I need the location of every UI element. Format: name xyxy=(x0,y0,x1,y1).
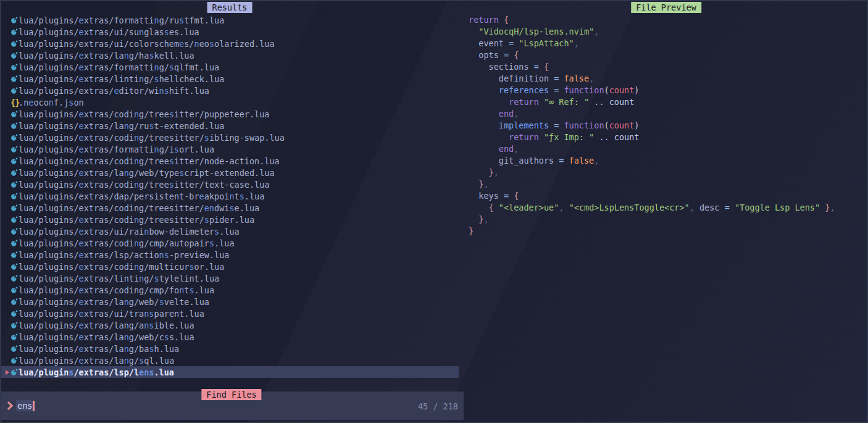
code-line: return "∞ Ref: " .. count xyxy=(469,96,864,108)
result-row[interactable]: {}.neoconf.json xyxy=(0,96,459,108)
result-row[interactable]: lua/plugins/extras/coding/treesitter/pup… xyxy=(0,108,459,120)
result-path: lua/plugins/extras/formatting/isort.lua xyxy=(19,144,214,154)
results-list[interactable]: lua/plugins/extras/formatting/rustfmt.lu… xyxy=(0,14,464,378)
lua-file-icon xyxy=(10,193,19,200)
lua-file-icon xyxy=(10,111,19,118)
result-path: lua/plugins/extras/dap/persistent-breakp… xyxy=(19,191,264,201)
result-path: lua/plugins/extras/lang/haskell.lua xyxy=(19,51,194,61)
result-row[interactable]: lua/plugins/extras/ui/colorschemes/neoso… xyxy=(0,38,459,49)
code-line: }, xyxy=(469,214,864,225)
lua-file-icon xyxy=(10,228,19,235)
lua-file-icon xyxy=(10,298,19,306)
result-path: lua/plugins/extras/ui/sunglasses.lua xyxy=(19,27,199,37)
result-path: lua/plugins/extras/coding/treesitter/pup… xyxy=(19,109,269,119)
result-row[interactable]: lua/plugins/extras/lsp/actions-preview.l… xyxy=(0,249,459,261)
result-row[interactable]: lua/plugins/extras/formatting/rustfmt.lu… xyxy=(0,14,459,26)
code-line: keys = { xyxy=(469,190,864,202)
lua-file-icon xyxy=(10,64,19,71)
result-row[interactable]: lua/plugins/extras/lang/web/typescript-e… xyxy=(0,167,459,178)
result-row[interactable]: lua/plugins/extras/coding/treesitter/nod… xyxy=(0,155,459,167)
result-row[interactable]: lua/plugins/extras/formatting/sqlfmt.lua xyxy=(0,61,459,73)
lua-file-icon xyxy=(10,146,19,153)
result-path: lua/plugins/extras/coding/treesitter/tex… xyxy=(19,180,269,190)
prompt-bar[interactable]: Find Files ens 45 / 218 xyxy=(0,392,464,420)
result-path: lua/plugins/extras/formatting/sqlfmt.lua xyxy=(19,62,219,72)
result-row[interactable]: lua/plugins/extras/ui/rainbow-delimeters… xyxy=(0,225,459,237)
code-line: "VidocqH/lsp-lens.nvim", xyxy=(469,26,864,38)
result-path: lua/plugins/extras/coding/treesitter/nod… xyxy=(19,156,280,166)
result-row[interactable]: lua/plugins/extras/lang/rust-extended.lu… xyxy=(0,120,459,132)
result-row[interactable]: lua/plugins/extras/coding/multicursor.lu… xyxy=(0,261,459,272)
result-path: .neoconf.json xyxy=(19,98,84,107)
prompt-cursor xyxy=(33,401,35,411)
prompt-input[interactable]: ens xyxy=(16,400,33,411)
preview-panel[interactable]: return { "VidocqH/lsp-lens.nvim", event … xyxy=(469,14,864,237)
result-path: lua/plugins/extras/lang/web/css.lua xyxy=(19,332,194,342)
lua-file-icon xyxy=(10,87,19,94)
results-title: Results xyxy=(207,2,252,13)
lua-file-icon xyxy=(10,345,19,353)
result-row[interactable]: lua/plugins/extras/ui/transparent.lua xyxy=(0,308,459,319)
result-row[interactable]: lua/plugins/extras/editor/winshift.lua xyxy=(0,85,459,96)
result-row[interactable]: lua/plugins/extras/coding/treesitter/end… xyxy=(0,202,459,214)
code-line: end, xyxy=(469,143,864,155)
lua-file-icon xyxy=(10,333,19,341)
code-line: event = "LspAttach", xyxy=(469,38,864,49)
result-path: lua/plugins/extras/editor/winshift.lua xyxy=(19,86,209,96)
lua-file-icon xyxy=(10,157,19,165)
result-path: lua/plugins/extras/lsp/lens.lua xyxy=(19,367,174,377)
result-row[interactable]: lua/plugins/extras/linting/stylelint.lua xyxy=(0,272,459,284)
result-row[interactable]: lua/plugins/extras/lang/web/css.lua xyxy=(0,331,459,343)
lua-file-icon xyxy=(10,310,19,317)
result-row[interactable]: lua/plugins/extras/lang/haskell.lua xyxy=(0,49,459,61)
result-row[interactable]: lua/plugins/extras/lang/web/svelte.lua xyxy=(0,296,459,308)
lua-file-icon xyxy=(10,134,19,141)
lua-file-icon xyxy=(10,75,19,83)
result-path: lua/plugins/extras/lang/ansible.lua xyxy=(19,320,194,330)
prompt-prefix-icon xyxy=(4,401,13,410)
result-path: lua/plugins/extras/coding/cmp/autopairs.… xyxy=(19,238,235,248)
result-path: lua/plugins/extras/coding/multicursor.lu… xyxy=(19,262,224,272)
result-path: lua/plugins/extras/ui/transparent.lua xyxy=(19,309,204,319)
result-path: lua/plugins/extras/coding/cmp/fonts.lua xyxy=(19,285,214,295)
result-path: lua/plugins/extras/lang/bash.lua xyxy=(19,344,179,354)
result-row[interactable]: lua/plugins/extras/coding/cmp/fonts.lua xyxy=(0,284,459,296)
code-line: definition = false, xyxy=(469,73,864,85)
code-line: git_authors = false, xyxy=(469,155,864,167)
code-line: }, xyxy=(469,178,864,190)
lua-file-icon xyxy=(10,322,19,329)
lua-file-icon xyxy=(10,28,19,36)
lua-file-icon xyxy=(10,369,19,376)
result-row[interactable]: lua/plugins/extras/lang/ansible.lua xyxy=(0,319,459,331)
result-row[interactable]: lua/plugins/extras/linting/shellcheck.lu… xyxy=(0,73,459,85)
lua-file-icon xyxy=(10,204,19,212)
lua-file-icon xyxy=(10,263,19,270)
result-row[interactable]: lua/plugins/extras/coding/cmp/autopairs.… xyxy=(0,237,459,249)
result-row[interactable]: lua/plugins/extras/ui/sunglasses.lua xyxy=(0,26,459,38)
result-row[interactable]: lua/plugins/extras/coding/treesitter/sib… xyxy=(0,132,459,143)
result-path: lua/plugins/extras/lang/rust-extended.lu… xyxy=(19,121,224,131)
result-row[interactable]: lua/plugins/extras/dap/persistent-breakp… xyxy=(0,190,459,202)
result-row[interactable]: lua/plugins/extras/coding/treesitter/tex… xyxy=(0,178,459,190)
result-row[interactable]: lua/plugins/extras/lang/bash.lua xyxy=(0,343,459,354)
result-row[interactable]: lua/plugins/extras/lsp/lens.lua xyxy=(0,366,459,378)
code-line: references = function(count) xyxy=(469,85,864,96)
result-row[interactable]: lua/plugins/extras/formatting/isort.lua xyxy=(0,143,459,155)
code-line: opts = { xyxy=(469,49,864,61)
result-row[interactable]: lua/plugins/extras/lang/sql.lua xyxy=(0,354,459,366)
lua-file-icon xyxy=(10,240,19,247)
result-path: lua/plugins/extras/lang/sql.lua xyxy=(19,356,174,366)
results-counter: 45 / 218 xyxy=(418,401,458,411)
preview-title: File Preview xyxy=(631,2,701,13)
code-line: return { xyxy=(469,14,864,26)
lua-file-icon xyxy=(10,52,19,59)
result-path: lua/plugins/extras/lang/web/svelte.lua xyxy=(19,297,209,307)
json-file-icon: {} xyxy=(10,98,19,107)
lua-file-icon xyxy=(10,216,19,224)
code-line: }, xyxy=(469,167,864,178)
prompt-title: Find Files xyxy=(201,389,261,400)
lua-file-icon xyxy=(10,287,19,294)
lua-file-icon xyxy=(10,169,19,177)
result-row[interactable]: lua/plugins/extras/coding/treesitter/spi… xyxy=(0,214,459,225)
code-line: return "ƒx Imp: " .. count xyxy=(469,132,864,143)
